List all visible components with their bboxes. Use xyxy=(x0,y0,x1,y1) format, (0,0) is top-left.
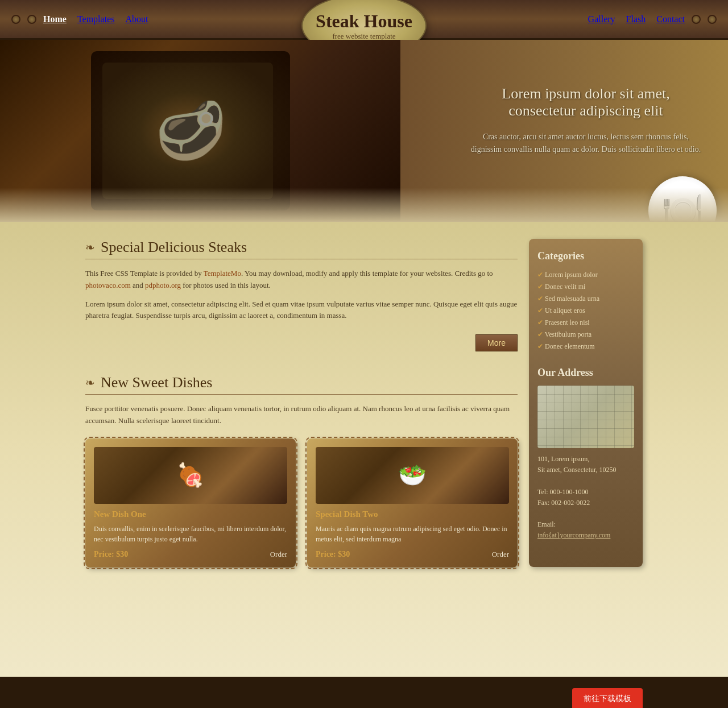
dish-1-image-placeholder: 🍖 xyxy=(94,447,287,504)
category-2: Donec velit mi xyxy=(537,281,634,293)
dish-1-price: Price: $30 xyxy=(94,550,128,559)
dish-2-order[interactable]: Order xyxy=(492,550,509,559)
main-wrapper: Special Delicious Steaks This Free CSS T… xyxy=(0,222,728,677)
address-details: 101, Lorem ipsum, Sit amet, Consectetur,… xyxy=(537,454,634,541)
address-fax: Fax: 002-002-0022 xyxy=(537,498,634,508)
hero-text-block: Lorem ipsum dolor sit amet, consectetur … xyxy=(466,85,705,156)
category-4: Ut aliquet eros xyxy=(537,305,634,317)
map-grid xyxy=(537,386,634,448)
categories-title: Categories xyxy=(537,250,634,262)
hero-food-image xyxy=(91,51,290,210)
footer-area: 前往下载模板 xyxy=(0,677,728,708)
nav-templates[interactable]: Templates xyxy=(77,14,115,24)
address-email-label: Email: xyxy=(537,519,634,530)
section1-title: Special Delicious Steaks xyxy=(85,239,518,256)
nav-flash[interactable]: Flash xyxy=(626,14,646,24)
category-7: Donec elementum xyxy=(537,341,634,353)
rivet-left-2 xyxy=(27,15,36,24)
sidebar-categories: Categories Lorem ipsum dolor Donec velit… xyxy=(537,250,634,353)
address-line1: 101, Lorem ipsum, xyxy=(537,454,634,465)
address-line2: Sit amet, Consectetur, 10250 xyxy=(537,465,634,475)
dish-card-1: 🍖 New Dish One Duis convallis, enim in s… xyxy=(85,438,296,568)
hero-section: Lorem ipsum dolor sit amet, consectetur … xyxy=(0,40,728,222)
dish-2-price: Price: $30 xyxy=(316,550,350,559)
address-tel: Tel: 000-100-1000 xyxy=(537,487,634,498)
link-pdphoto[interactable]: pdphoto.org xyxy=(145,281,181,289)
hero-gradient xyxy=(0,188,728,222)
dish-card-2: 🥗 Special Dish Two Mauris ac diam quis m… xyxy=(307,438,518,568)
dish-1-order[interactable]: Order xyxy=(270,550,287,559)
section1-para2: Lorem ipsum dolor sit amet, consectetur … xyxy=(85,299,518,322)
sidebar-address: Our Address 101, Lorem ipsum, Sit amet, … xyxy=(537,367,634,541)
section2-desc: Fusce porttitor venenatis posuere. Donec… xyxy=(85,403,518,427)
dish-2-footer: Price: $30 Order xyxy=(316,550,509,559)
dish-1-desc: Duis convallis, enim in scelerisque fauc… xyxy=(94,524,287,544)
nav-right: Gallery Flash Contact xyxy=(588,14,685,24)
rivet-right-1 xyxy=(692,15,701,24)
section2-title: New Sweet Dishes xyxy=(85,374,518,391)
sidebar-box: Categories Lorem ipsum dolor Donec velit… xyxy=(529,239,643,567)
address-map[interactable] xyxy=(537,386,634,448)
nav-gallery[interactable]: Gallery xyxy=(588,14,615,24)
header: Home Templates About Steak House free we… xyxy=(0,0,728,40)
section1-para1: This Free CSS Template is provided by Te… xyxy=(85,268,518,292)
address-title: Our Address xyxy=(537,367,634,379)
site-title: Steak House xyxy=(316,11,412,32)
category-3: Sed malesuada urna xyxy=(537,293,634,305)
category-1: Lorem ipsum dolor xyxy=(537,269,634,281)
link-photovaco[interactable]: photovaco.com xyxy=(85,281,131,289)
dish-2-desc: Mauris ac diam quis magna rutrum adipisc… xyxy=(316,524,509,544)
categories-list: Lorem ipsum dolor Donec velit mi Sed mal… xyxy=(537,269,634,353)
hero-body: Cras auctor, arcu sit amet auctor luctus… xyxy=(466,131,705,156)
dish-1-image: 🍖 xyxy=(94,447,287,504)
category-6: Vestibulum porta xyxy=(537,329,634,341)
sidebar: Categories Lorem ipsum dolor Donec velit… xyxy=(529,239,643,660)
category-5: Praesent leo nisi xyxy=(537,317,634,329)
nav-about[interactable]: About xyxy=(125,14,148,24)
dish-1-footer: Price: $30 Order xyxy=(94,550,287,559)
dish-2-image: 🥗 xyxy=(316,447,509,504)
left-nav: Home Templates About xyxy=(11,14,148,24)
address-email[interactable]: info{at}yourcompany.com xyxy=(537,531,610,539)
dishes-grid: 🍖 New Dish One Duis convallis, enim in s… xyxy=(85,438,518,568)
more-button[interactable]: More xyxy=(475,334,518,351)
download-button[interactable]: 前往下载模板 xyxy=(572,688,643,708)
section-special-steaks: Special Delicious Steaks This Free CSS T… xyxy=(85,239,518,351)
right-nav: Gallery Flash Contact xyxy=(588,14,717,24)
section2-divider xyxy=(85,394,518,395)
dish-2-name: Special Dish Two xyxy=(316,510,509,519)
content-area: Special Delicious Steaks This Free CSS T… xyxy=(85,239,518,660)
nav-left: Home Templates About xyxy=(43,14,148,24)
section1-divider xyxy=(85,259,518,259)
link-templatemo[interactable]: TemplateMo xyxy=(204,269,241,278)
rivet-right-2 xyxy=(708,15,717,24)
nav-contact[interactable]: Contact xyxy=(656,14,685,24)
rivet-left-1 xyxy=(11,15,20,24)
section-new-dishes: New Sweet Dishes Fusce porttitor venenat… xyxy=(85,374,518,568)
nav-home[interactable]: Home xyxy=(43,14,67,24)
hero-heading: Lorem ipsum dolor sit amet, consectetur … xyxy=(466,85,705,119)
dish-2-image-placeholder: 🥗 xyxy=(316,447,509,504)
dish-1-name: New Dish One xyxy=(94,510,287,519)
